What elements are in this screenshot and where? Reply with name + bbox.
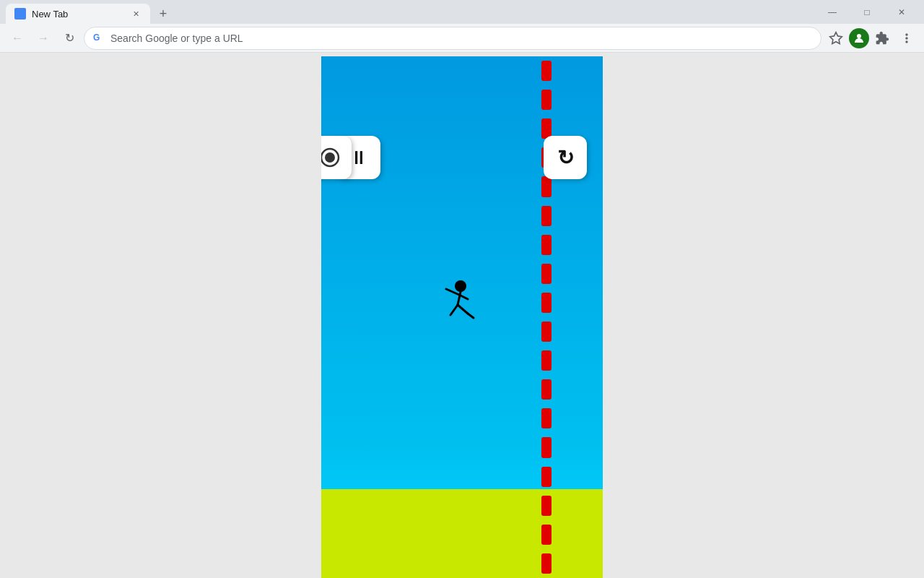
toolbar: ← → ↻ G Search Google or type a URL — [0, 24, 924, 53]
svg-line-6 — [450, 305, 458, 315]
profile-button[interactable] — [849, 28, 869, 48]
svg-point-10 — [325, 152, 335, 163]
address-bar[interactable]: G Search Google or type a URL — [84, 27, 821, 50]
svg-point-2 — [455, 280, 466, 292]
close-button[interactable]: ✕ — [885, 0, 918, 24]
title-bar: New Tab ✕ + — □ ✕ — [0, 0, 924, 24]
bookmark-button[interactable] — [824, 27, 847, 50]
red-dashed-line — [541, 56, 552, 578]
main-content: ⏸ ↻ — [0, 53, 924, 578]
restart-icon: ↻ — [557, 146, 574, 170]
tab-close-button[interactable]: ✕ — [130, 8, 141, 20]
record-button[interactable] — [321, 136, 352, 179]
svg-line-8 — [468, 314, 474, 318]
reload-button[interactable]: ↻ — [58, 27, 81, 50]
svg-point-1 — [857, 34, 861, 38]
tab-favicon — [14, 8, 26, 20]
active-tab[interactable]: New Tab ✕ — [6, 4, 150, 24]
back-button[interactable]: ← — [6, 27, 29, 50]
restart-button[interactable]: ↻ — [544, 136, 587, 179]
pause-icon: ⏸ — [349, 147, 368, 169]
google-logo: G — [93, 33, 105, 44]
address-text: Search Google or type a URL — [110, 33, 812, 44]
extensions-button[interactable] — [871, 27, 894, 50]
forward-button[interactable]: → — [32, 27, 55, 50]
window-controls: — □ ✕ — [816, 0, 918, 24]
svg-line-7 — [458, 305, 468, 314]
tab-strip: New Tab ✕ + — [6, 0, 816, 24]
stickman — [440, 273, 491, 327]
toolbar-right — [824, 27, 918, 50]
new-tab-button[interactable]: + — [153, 4, 173, 24]
minimize-button[interactable]: — — [816, 0, 849, 24]
record-icon — [321, 147, 341, 168]
maximize-button[interactable]: □ — [850, 0, 884, 24]
tab-title: New Tab — [32, 9, 124, 20]
game-container[interactable]: ⏸ ↻ — [321, 56, 603, 578]
menu-button[interactable] — [895, 27, 918, 50]
